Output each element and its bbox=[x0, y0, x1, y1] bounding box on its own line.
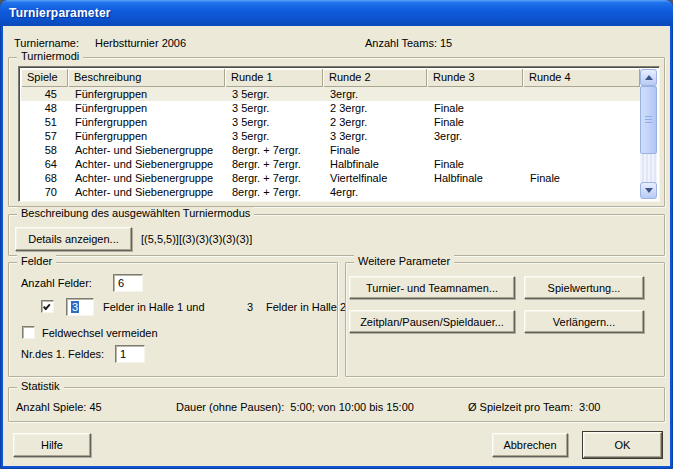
mode-cell: Finale bbox=[427, 115, 523, 129]
tournament-name-label: Turniername: bbox=[14, 37, 79, 49]
mode-cell: 2 3ergr. bbox=[323, 101, 427, 115]
zeitplan-button[interactable]: Zeitplan/Pausen/Spieldauer... bbox=[349, 310, 515, 333]
mode-cell: 3 5ergr. bbox=[225, 87, 323, 101]
arrow-down-icon bbox=[645, 188, 653, 193]
scroll-up-button[interactable] bbox=[640, 69, 657, 86]
description-group-label: Beschreibung des ausgewählten Turniermod… bbox=[17, 207, 254, 219]
first-field-value: 1 bbox=[120, 348, 126, 360]
mode-cell: Achter- und Siebenergruppe bbox=[68, 157, 225, 171]
column-header-runde-4[interactable]: Runde 4 bbox=[523, 69, 640, 87]
ok-button[interactable]: OK bbox=[583, 432, 662, 458]
mode-cell: Halbfinale bbox=[323, 157, 427, 171]
halle1-count-input[interactable]: 3 bbox=[66, 298, 94, 316]
mode-cell bbox=[523, 185, 640, 199]
column-header-beschreibung[interactable]: Beschreibung bbox=[68, 69, 225, 87]
feldwechsel-checkbox[interactable] bbox=[22, 326, 35, 339]
mode-cell: 45 bbox=[21, 87, 68, 101]
mode-cell: Fünfergruppen bbox=[68, 101, 225, 115]
turniermodi-group-label: Turniermodi bbox=[17, 50, 83, 62]
mode-cell: 58 bbox=[21, 143, 68, 157]
anzahl-felder-value: 6 bbox=[118, 277, 124, 289]
column-header-runde-2[interactable]: Runde 2 bbox=[323, 69, 427, 87]
halle1-count-value: 3 bbox=[71, 301, 79, 313]
mode-cell: 68 bbox=[21, 171, 68, 185]
help-button[interactable]: Hilfe bbox=[13, 433, 91, 457]
mode-cell: Finale bbox=[523, 171, 640, 185]
first-field-label: Nr.des 1. Feldes: bbox=[21, 348, 104, 360]
mode-cell: Finale bbox=[427, 101, 523, 115]
mode-cell: 4ergr. bbox=[323, 185, 427, 199]
mode-list-body: 45Fünfergruppen3 5ergr.3ergr.48Fünfergru… bbox=[21, 87, 640, 199]
mode-cell: Fünfergruppen bbox=[68, 115, 225, 129]
teams-count-text: Anzahl Teams: 15 bbox=[365, 37, 452, 49]
mode-cell: Achter- und Siebenergruppe bbox=[68, 171, 225, 185]
details-button[interactable]: Details anzeigen... bbox=[15, 227, 132, 251]
mode-cell: 70 bbox=[21, 185, 68, 199]
mode-cell bbox=[523, 101, 640, 115]
verlaengern-button[interactable]: Verlängern... bbox=[524, 310, 644, 333]
mode-row[interactable]: 48Fünfergruppen3 5ergr.2 3ergr.Finale bbox=[21, 101, 640, 115]
column-header-runde-1[interactable]: Runde 1 bbox=[225, 69, 323, 87]
anzahl-felder-label: Anzahl Felder: bbox=[21, 277, 92, 289]
mode-cell bbox=[523, 157, 640, 171]
mode-cell: 3 5ergr. bbox=[225, 115, 323, 129]
mode-cell: Finale bbox=[323, 143, 427, 157]
anzahl-felder-input[interactable]: 6 bbox=[113, 274, 143, 292]
mode-cell bbox=[523, 129, 640, 143]
titlebar[interactable]: Turnierparameter bbox=[0, 0, 673, 26]
mode-list-inner: SpieleBeschreibungRunde 1Runde 2Runde 3R… bbox=[21, 69, 640, 199]
halle-checkbox[interactable] bbox=[41, 300, 54, 313]
mode-row[interactable]: 45Fünfergruppen3 5ergr.3ergr. bbox=[21, 87, 640, 101]
duration-text: Dauer (ohne Pausen): 5:00; von 10:00 bis… bbox=[176, 401, 414, 413]
halle2-count-text: 3 bbox=[247, 301, 253, 313]
mode-cell: 2 3ergr. bbox=[323, 115, 427, 129]
list-scrollbar[interactable] bbox=[640, 69, 657, 199]
window-title: Turnierparameter bbox=[0, 6, 111, 20]
mode-cell bbox=[523, 87, 640, 101]
turnier-teamnamen-button[interactable]: Turnier- und Teamnamen... bbox=[349, 276, 515, 299]
mode-cell: 3ergr. bbox=[323, 87, 427, 101]
mode-cell: 3ergr. bbox=[427, 129, 523, 143]
mode-cell bbox=[427, 143, 523, 157]
mode-list-header[interactable]: SpieleBeschreibungRunde 1Runde 2Runde 3R… bbox=[21, 69, 640, 87]
spielwertung-button[interactable]: Spielwertung... bbox=[524, 276, 644, 299]
mode-cell: Finale bbox=[427, 157, 523, 171]
halle1-label: Felder in Halle 1 und bbox=[103, 301, 205, 313]
mode-cell: 57 bbox=[21, 129, 68, 143]
mode-cell: Fünfergruppen bbox=[68, 87, 225, 101]
mode-cell: Viertelfinale bbox=[323, 171, 427, 185]
mode-row[interactable]: 51Fünfergruppen3 5ergr.2 3ergr.Finale bbox=[21, 115, 640, 129]
scroll-down-button[interactable] bbox=[640, 182, 657, 199]
scroll-thumb[interactable] bbox=[640, 86, 657, 154]
dialog-window: Turnierparameter Turniername: Herbstturn… bbox=[0, 0, 673, 469]
mode-row[interactable]: 57Fünfergruppen3 5ergr.3 3ergr.3ergr. bbox=[21, 129, 640, 143]
games-count-text: Anzahl Spiele: 45 bbox=[16, 401, 102, 413]
mode-code-text: [(5,5,5)][(3)(3)(3)(3)(3)] bbox=[141, 233, 252, 245]
mode-row[interactable]: 68Achter- und Siebenergruppe8ergr. + 7er… bbox=[21, 171, 640, 185]
avg-playtime-text: Ø Spielzeit pro Team: 3:00 bbox=[468, 401, 600, 413]
column-header-runde-3[interactable]: Runde 3 bbox=[427, 69, 523, 87]
checkmark-icon bbox=[43, 302, 51, 310]
mode-cell: 8ergr. + 7ergr. bbox=[225, 185, 323, 199]
mode-cell: 3 5ergr. bbox=[225, 129, 323, 143]
cancel-button[interactable]: Abbrechen bbox=[492, 433, 568, 457]
mode-cell bbox=[427, 87, 523, 101]
column-header-spiele[interactable]: Spiele bbox=[21, 69, 68, 87]
mode-row[interactable]: 64Achter- und Siebenergruppe8ergr. + 7er… bbox=[21, 157, 640, 171]
mode-cell: 48 bbox=[21, 101, 68, 115]
arrow-up-icon bbox=[645, 75, 653, 80]
mode-row[interactable]: 70Achter- und Siebenergruppe8ergr. + 7er… bbox=[21, 185, 640, 199]
mode-cell: 8ergr. + 7ergr. bbox=[225, 171, 323, 185]
mode-cell bbox=[523, 115, 640, 129]
mode-cell: Halbfinale bbox=[427, 171, 523, 185]
mode-cell: 3 5ergr. bbox=[225, 101, 323, 115]
tournament-name-value: Herbstturnier 2006 bbox=[95, 37, 186, 49]
mode-cell bbox=[523, 143, 640, 157]
first-field-input[interactable]: 1 bbox=[115, 345, 145, 363]
feldwechsel-label: Feldwechsel vermeiden bbox=[42, 327, 158, 339]
mode-list[interactable]: SpieleBeschreibungRunde 1Runde 2Runde 3R… bbox=[18, 66, 660, 202]
mode-cell: 8ergr. + 7ergr. bbox=[225, 143, 323, 157]
mode-cell: 3 3ergr. bbox=[323, 129, 427, 143]
mode-row[interactable]: 58Achter- und Siebenergruppe8ergr. + 7er… bbox=[21, 143, 640, 157]
weitere-group-label: Weitere Parameter bbox=[354, 255, 454, 267]
